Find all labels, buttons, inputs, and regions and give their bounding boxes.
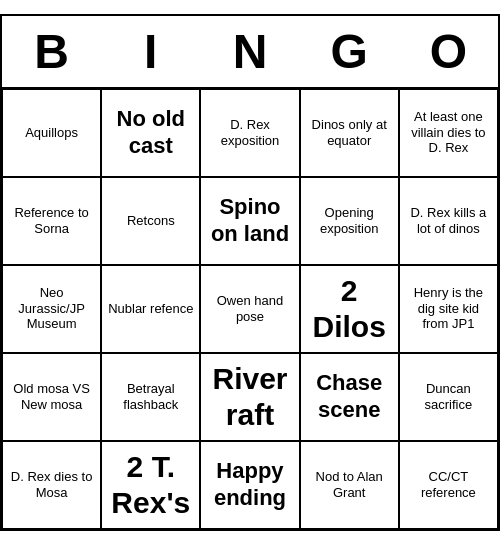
cell-r1-c0[interactable]: Reference to Sorna [2,177,101,265]
cell-r0-c4[interactable]: At least one villain dies to D. Rex [399,89,498,177]
cell-r1-c1[interactable]: Retcons [101,177,200,265]
cell-r0-c2[interactable]: D. Rex exposition [200,89,299,177]
cell-r3-c1[interactable]: Betrayal flashback [101,353,200,441]
cell-r1-c3[interactable]: Opening exposition [300,177,399,265]
cell-r3-c2[interactable]: River raft [200,353,299,441]
letter-o: O [408,24,488,79]
cell-r4-c0[interactable]: D. Rex dies to Mosa [2,441,101,529]
cell-r2-c2[interactable]: Owen hand pose [200,265,299,353]
cell-r0-c3[interactable]: Dinos only at equator [300,89,399,177]
cell-r4-c1[interactable]: 2 T. Rex's [101,441,200,529]
cell-r1-c4[interactable]: D. Rex kills a lot of dinos [399,177,498,265]
bingo-card: B I N G O AquillopsNo old castD. Rex exp… [0,14,500,531]
cell-r2-c4[interactable]: Henry is the dig site kid from JP1 [399,265,498,353]
letter-g: G [309,24,389,79]
cell-r2-c0[interactable]: Neo Jurassic/JP Museum [2,265,101,353]
cell-r4-c4[interactable]: CC/CT reference [399,441,498,529]
cell-r0-c1[interactable]: No old cast [101,89,200,177]
cell-r3-c4[interactable]: Duncan sacrifice [399,353,498,441]
cell-r0-c0[interactable]: Aquillops [2,89,101,177]
cell-r4-c2[interactable]: Happy ending [200,441,299,529]
cell-r1-c2[interactable]: Spino on land [200,177,299,265]
letter-n: N [210,24,290,79]
cell-r3-c0[interactable]: Old mosa VS New mosa [2,353,101,441]
cell-r3-c3[interactable]: Chase scene [300,353,399,441]
cell-r4-c3[interactable]: Nod to Alan Grant [300,441,399,529]
letter-b: B [12,24,92,79]
bingo-grid: AquillopsNo old castD. Rex expositionDin… [2,89,498,529]
cell-r2-c3[interactable]: 2 Dilos [300,265,399,353]
letter-i: I [111,24,191,79]
bingo-title: B I N G O [2,16,498,89]
cell-r2-c1[interactable]: Nublar refence [101,265,200,353]
